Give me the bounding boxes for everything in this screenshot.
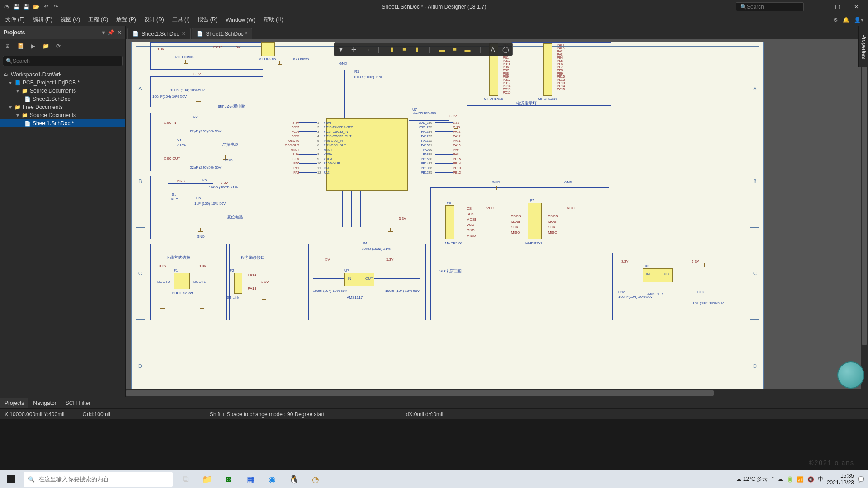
panel-menu-icon[interactable]: ▾ (102, 29, 105, 36)
align-v-icon[interactable]: ≡ (451, 45, 459, 53)
menu-file[interactable]: 文件 (F) (2, 14, 28, 25)
filter-icon[interactable]: ▼ (337, 45, 345, 53)
expand-icon[interactable]: ▾ (15, 88, 20, 94)
tree-sheet1[interactable]: 📄Sheet1.SchDoc (0, 95, 125, 103)
net-label: VCC (486, 206, 494, 210)
taskbar-search[interactable]: 🔍 (24, 472, 173, 487)
global-search[interactable]: 🔍 (736, 2, 804, 11)
refresh-icon[interactable]: ⟳ (54, 42, 62, 50)
tray-expand-icon[interactable]: ˄ (771, 476, 774, 483)
menu-window[interactable]: Window (W) (222, 15, 259, 25)
global-search-input[interactable] (747, 4, 815, 10)
redo-icon[interactable]: ↷ (52, 3, 60, 10)
explorer-icon[interactable]: 📁 (196, 470, 218, 488)
tree-sheet1-mod[interactable]: 📄Sheet1.SchDoc * (0, 119, 125, 127)
compile-icon[interactable]: ▶ (29, 42, 37, 50)
hdr-right-16[interactable] (543, 43, 552, 96)
wire (168, 183, 213, 184)
block-sd[interactable] (430, 187, 609, 320)
block-reset[interactable] (150, 176, 263, 239)
panel-pin-icon[interactable]: 📌 (108, 29, 114, 36)
horizontal-scrollbar[interactable] (126, 389, 861, 397)
new-project-icon[interactable]: 📔 (16, 42, 24, 50)
tree-project[interactable]: ▾📘PCB_Project1.PrjPCB * (0, 79, 125, 87)
save-all-icon[interactable]: 💾 (23, 3, 30, 10)
scrollbar-thumb[interactable] (126, 390, 714, 396)
volume-icon[interactable]: 🔇 (807, 476, 814, 483)
wifi-icon[interactable]: 📶 (797, 476, 804, 483)
xbox-icon[interactable]: ◙ (218, 470, 240, 488)
menu-report[interactable]: 报告 (R) (194, 14, 221, 25)
align-bottom-icon[interactable]: ▬ (463, 45, 472, 53)
move-icon[interactable]: ✛ (349, 45, 358, 53)
notification-icon[interactable]: 🔔 (843, 17, 849, 23)
color-icon[interactable]: ◯ (501, 45, 509, 53)
undo-icon[interactable]: ↶ (42, 3, 50, 10)
properties-tab[interactable]: Properties (858, 26, 868, 67)
p7-header[interactable] (528, 203, 542, 239)
tab-sheet1-mod[interactable]: 📄Sheet1.SchDoc * (192, 28, 252, 39)
expand-icon[interactable]: ▾ (8, 104, 13, 110)
onedrive-icon[interactable]: ☁ (778, 476, 783, 483)
edge-icon[interactable]: ◉ (261, 470, 283, 488)
taskbar-clock[interactable]: 15:35 2021/12/23 (827, 473, 854, 486)
save-icon[interactable]: 💾 (13, 3, 20, 10)
expand-icon[interactable]: ▾ (8, 80, 13, 86)
align-h-icon[interactable]: ≡ (400, 45, 408, 53)
notifications-icon[interactable]: 💬 (858, 476, 864, 483)
menu-design[interactable]: 设计 (D) (141, 14, 168, 25)
schematic-sheet[interactable]: A B C D A B C D 1 2 3 4 (131, 42, 764, 397)
block-power-led[interactable] (150, 42, 263, 70)
menu-project[interactable]: 工程 (C) (85, 14, 112, 25)
menu-edit[interactable]: 编辑 (E) (29, 14, 56, 25)
close-button[interactable]: ✕ (847, 0, 865, 14)
folder-icon[interactable]: 📁 (42, 42, 50, 50)
p2-header[interactable] (234, 273, 242, 294)
user-icon[interactable]: 👤▾ (854, 17, 863, 23)
taskbar-search-input[interactable] (38, 476, 168, 483)
p1-header[interactable] (174, 273, 190, 289)
select-icon[interactable]: ▭ (362, 45, 370, 53)
tree-source-docs[interactable]: ▾📁Source Documents (0, 87, 125, 95)
scrollbar-thumb[interactable] (862, 52, 867, 345)
block-reg2[interactable] (612, 253, 743, 320)
schematic-canvas[interactable]: ▼ ✛ ▭ | ▮ ≡ ▮ | ▬ ≡ ▬ | A ◯ A (126, 39, 868, 397)
menu-help[interactable]: 帮助 (H) (260, 14, 287, 25)
open-icon[interactable]: 📂 (33, 3, 40, 10)
menu-tools[interactable]: 工具 (I) (169, 14, 193, 25)
weather-widget[interactable]: ☁ 12°C 多云 (736, 475, 768, 483)
new-doc-icon[interactable]: 🗎 (4, 42, 12, 50)
tree-source-docs-2[interactable]: ▾📁Source Documents (0, 111, 125, 119)
tab-sheet1[interactable]: 📄Sheet1.SchDoc✕ (127, 28, 191, 39)
block-decoupling[interactable] (150, 76, 263, 107)
assistant-mascot-icon[interactable] (837, 361, 864, 389)
qq-icon[interactable]: 🐧 (283, 470, 305, 488)
menu-view[interactable]: 视图 (V) (57, 14, 84, 25)
start-button[interactable] (0, 470, 22, 488)
task-view-icon[interactable]: ⧉ (175, 470, 196, 488)
app-icon[interactable]: ▦ (240, 470, 261, 488)
align-top-icon[interactable]: ▬ (438, 45, 446, 53)
tab-navigator[interactable]: Navigator (28, 398, 61, 408)
text-icon[interactable]: A (489, 45, 497, 53)
panel-close-icon[interactable]: ✕ (117, 29, 122, 36)
minimize-button[interactable]: ― (809, 0, 827, 14)
menu-place[interactable]: 放置 (P) (113, 14, 139, 25)
maximize-button[interactable]: ▢ (828, 0, 846, 14)
battery-icon[interactable]: 🔋 (787, 476, 793, 483)
ime-indicator[interactable]: 中 (818, 475, 823, 483)
tab-sch-filter[interactable]: SCH Filter (61, 398, 95, 408)
settings-icon[interactable]: ⚙ (833, 17, 838, 23)
expand-icon[interactable]: ▾ (15, 112, 20, 118)
close-tab-icon[interactable]: ✕ (182, 31, 186, 37)
align-left-icon[interactable]: ▮ (387, 45, 396, 53)
usb-header[interactable] (261, 42, 275, 56)
p6-header[interactable] (445, 205, 454, 239)
projects-search-input[interactable] (13, 58, 119, 64)
tree-free-docs[interactable]: ▾📁Free Documents (0, 103, 125, 111)
altium-icon[interactable]: ◔ (305, 470, 326, 488)
tree-workspace[interactable]: 🗂Workspace1.DsnWrk (0, 70, 125, 79)
vertical-scrollbar[interactable] (861, 52, 868, 397)
align-right-icon[interactable]: ▮ (413, 45, 421, 53)
tab-projects[interactable]: Projects (0, 398, 28, 408)
